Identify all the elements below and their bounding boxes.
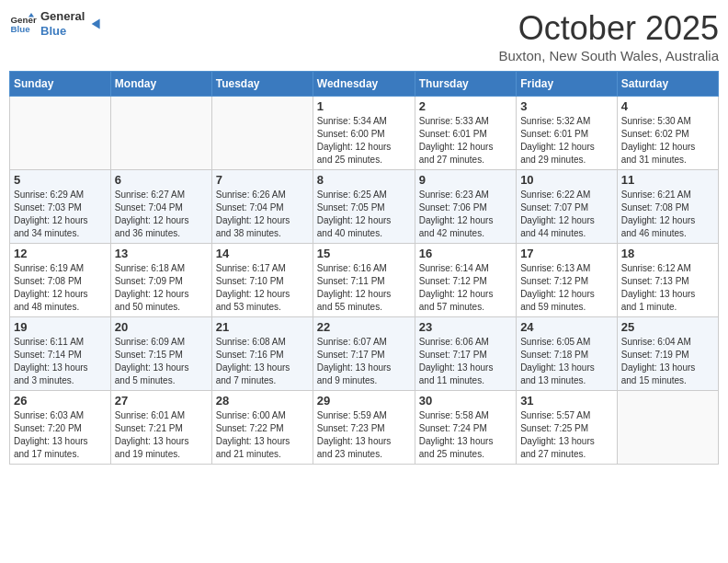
calendar-cell: 29Sunrise: 5:59 AM Sunset: 7:23 PM Dayli… bbox=[313, 391, 415, 465]
calendar-cell: 13Sunrise: 6:18 AM Sunset: 7:09 PM Dayli… bbox=[110, 244, 211, 317]
title-section: October 2025 Buxton, New South Wales, Au… bbox=[498, 9, 719, 63]
weekday-header-wednesday: Wednesday bbox=[313, 72, 415, 97]
weekday-header-friday: Friday bbox=[517, 72, 618, 97]
day-info: Sunrise: 6:08 AM Sunset: 7:16 PM Dayligh… bbox=[216, 336, 309, 387]
svg-text:Blue: Blue bbox=[11, 24, 31, 34]
calendar-week-3: 12Sunrise: 6:19 AM Sunset: 7:08 PM Dayli… bbox=[10, 244, 719, 317]
day-info: Sunrise: 6:05 AM Sunset: 7:18 PM Dayligh… bbox=[520, 336, 613, 387]
day-number: 20 bbox=[115, 320, 208, 334]
day-number: 21 bbox=[216, 320, 309, 334]
day-info: Sunrise: 6:06 AM Sunset: 7:17 PM Dayligh… bbox=[419, 336, 512, 387]
calendar-cell: 28Sunrise: 6:00 AM Sunset: 7:22 PM Dayli… bbox=[211, 391, 313, 465]
day-info: Sunrise: 6:04 AM Sunset: 7:19 PM Dayligh… bbox=[621, 336, 714, 387]
day-info: Sunrise: 5:34 AM Sunset: 6:00 PM Dayligh… bbox=[317, 115, 411, 167]
day-number: 14 bbox=[216, 247, 309, 260]
day-info: Sunrise: 5:59 AM Sunset: 7:23 PM Dayligh… bbox=[317, 409, 411, 461]
calendar-week-5: 26Sunrise: 6:03 AM Sunset: 7:20 PM Dayli… bbox=[10, 391, 719, 465]
day-info: Sunrise: 6:00 AM Sunset: 7:22 PM Dayligh… bbox=[216, 409, 309, 461]
weekday-header-monday: Monday bbox=[110, 72, 211, 97]
month-title: October 2025 bbox=[498, 9, 719, 48]
day-info: Sunrise: 5:32 AM Sunset: 6:01 PM Dayligh… bbox=[520, 115, 613, 167]
calendar-cell: 3Sunrise: 5:32 AM Sunset: 6:01 PM Daylig… bbox=[517, 97, 618, 170]
calendar-cell: 16Sunrise: 6:14 AM Sunset: 7:12 PM Dayli… bbox=[415, 244, 516, 317]
calendar-cell: 27Sunrise: 6:01 AM Sunset: 7:21 PM Dayli… bbox=[110, 391, 211, 465]
day-number: 15 bbox=[317, 247, 411, 260]
calendar-week-4: 19Sunrise: 6:11 AM Sunset: 7:14 PM Dayli… bbox=[10, 317, 719, 391]
day-info: Sunrise: 6:27 AM Sunset: 7:04 PM Dayligh… bbox=[115, 189, 208, 240]
calendar-cell: 12Sunrise: 6:19 AM Sunset: 7:08 PM Dayli… bbox=[10, 244, 111, 317]
day-info: Sunrise: 5:58 AM Sunset: 7:24 PM Dayligh… bbox=[419, 409, 512, 461]
calendar-cell: 24Sunrise: 6:05 AM Sunset: 7:18 PM Dayli… bbox=[517, 317, 618, 391]
day-info: Sunrise: 5:57 AM Sunset: 7:25 PM Dayligh… bbox=[520, 409, 613, 461]
day-info: Sunrise: 6:09 AM Sunset: 7:15 PM Dayligh… bbox=[115, 336, 208, 387]
weekday-header-thursday: Thursday bbox=[415, 72, 516, 97]
day-number: 18 bbox=[621, 247, 714, 260]
day-number: 5 bbox=[14, 173, 107, 187]
day-number: 27 bbox=[115, 394, 208, 408]
calendar-cell: 7Sunrise: 6:26 AM Sunset: 7:04 PM Daylig… bbox=[211, 170, 313, 244]
calendar-cell: 17Sunrise: 6:13 AM Sunset: 7:12 PM Dayli… bbox=[517, 244, 618, 317]
calendar-week-2: 5Sunrise: 6:29 AM Sunset: 7:03 PM Daylig… bbox=[10, 170, 719, 244]
day-info: Sunrise: 6:11 AM Sunset: 7:14 PM Dayligh… bbox=[14, 336, 107, 387]
day-info: Sunrise: 6:26 AM Sunset: 7:04 PM Dayligh… bbox=[216, 189, 309, 240]
day-number: 24 bbox=[520, 320, 613, 334]
day-number: 17 bbox=[520, 247, 613, 260]
calendar-cell: 18Sunrise: 6:12 AM Sunset: 7:13 PM Dayli… bbox=[617, 244, 718, 317]
day-info: Sunrise: 6:18 AM Sunset: 7:09 PM Dayligh… bbox=[115, 262, 208, 314]
day-number: 8 bbox=[317, 173, 411, 187]
day-info: Sunrise: 6:25 AM Sunset: 7:05 PM Dayligh… bbox=[317, 189, 411, 240]
day-number: 19 bbox=[14, 320, 107, 334]
day-info: Sunrise: 6:12 AM Sunset: 7:13 PM Dayligh… bbox=[621, 262, 714, 314]
day-info: Sunrise: 5:33 AM Sunset: 6:01 PM Dayligh… bbox=[419, 115, 512, 167]
logo-general-text: General bbox=[40, 9, 85, 24]
weekday-header-saturday: Saturday bbox=[617, 72, 718, 97]
calendar-cell: 22Sunrise: 6:07 AM Sunset: 7:17 PM Dayli… bbox=[313, 317, 415, 391]
calendar-cell: 14Sunrise: 6:17 AM Sunset: 7:10 PM Dayli… bbox=[211, 244, 313, 317]
day-number: 2 bbox=[419, 99, 512, 113]
day-number: 11 bbox=[621, 173, 714, 187]
weekday-header-tuesday: Tuesday bbox=[211, 72, 313, 97]
weekday-header-row: SundayMondayTuesdayWednesdayThursdayFrid… bbox=[10, 72, 719, 97]
calendar-cell: 30Sunrise: 5:58 AM Sunset: 7:24 PM Dayli… bbox=[415, 391, 516, 465]
day-info: Sunrise: 6:29 AM Sunset: 7:03 PM Dayligh… bbox=[14, 189, 107, 240]
location-text: Buxton, New South Wales, Australia bbox=[498, 48, 719, 63]
day-number: 1 bbox=[317, 99, 411, 113]
calendar-week-1: 1Sunrise: 5:34 AM Sunset: 6:00 PM Daylig… bbox=[10, 97, 719, 170]
day-number: 13 bbox=[115, 247, 208, 260]
calendar-cell: 5Sunrise: 6:29 AM Sunset: 7:03 PM Daylig… bbox=[10, 170, 111, 244]
day-number: 4 bbox=[621, 99, 714, 113]
day-number: 29 bbox=[317, 394, 411, 408]
calendar-cell: 8Sunrise: 6:25 AM Sunset: 7:05 PM Daylig… bbox=[313, 170, 415, 244]
day-info: Sunrise: 6:19 AM Sunset: 7:08 PM Dayligh… bbox=[14, 262, 107, 314]
day-number: 16 bbox=[419, 247, 512, 260]
day-number: 10 bbox=[520, 173, 613, 187]
calendar-cell bbox=[617, 391, 718, 465]
day-number: 9 bbox=[419, 173, 512, 187]
calendar-cell bbox=[211, 97, 313, 170]
calendar-cell: 25Sunrise: 6:04 AM Sunset: 7:19 PM Dayli… bbox=[617, 317, 718, 391]
calendar-cell: 26Sunrise: 6:03 AM Sunset: 7:20 PM Dayli… bbox=[10, 391, 111, 465]
logo-icon: General Blue bbox=[9, 11, 37, 37]
day-info: Sunrise: 6:07 AM Sunset: 7:17 PM Dayligh… bbox=[317, 336, 411, 387]
calendar-table: SundayMondayTuesdayWednesdayThursdayFrid… bbox=[9, 71, 719, 465]
day-info: Sunrise: 6:13 AM Sunset: 7:12 PM Dayligh… bbox=[520, 262, 613, 314]
day-number: 7 bbox=[216, 173, 309, 187]
calendar-cell: 11Sunrise: 6:21 AM Sunset: 7:08 PM Dayli… bbox=[617, 170, 718, 244]
weekday-header-sunday: Sunday bbox=[10, 72, 111, 97]
day-info: Sunrise: 6:21 AM Sunset: 7:08 PM Dayligh… bbox=[621, 189, 714, 240]
day-info: Sunrise: 6:17 AM Sunset: 7:10 PM Dayligh… bbox=[216, 262, 309, 314]
day-info: Sunrise: 6:23 AM Sunset: 7:06 PM Dayligh… bbox=[419, 189, 512, 240]
day-info: Sunrise: 6:16 AM Sunset: 7:11 PM Dayligh… bbox=[317, 262, 411, 314]
calendar-cell: 9Sunrise: 6:23 AM Sunset: 7:06 PM Daylig… bbox=[415, 170, 516, 244]
day-number: 22 bbox=[317, 320, 411, 334]
logo-blue-text: Blue bbox=[40, 24, 85, 39]
calendar-cell: 15Sunrise: 6:16 AM Sunset: 7:11 PM Dayli… bbox=[313, 244, 415, 317]
day-number: 30 bbox=[419, 394, 512, 408]
day-number: 6 bbox=[115, 173, 208, 187]
calendar-cell: 31Sunrise: 5:57 AM Sunset: 7:25 PM Dayli… bbox=[517, 391, 618, 465]
calendar-cell: 4Sunrise: 5:30 AM Sunset: 6:02 PM Daylig… bbox=[617, 97, 718, 170]
calendar-cell bbox=[10, 97, 111, 170]
day-info: Sunrise: 6:22 AM Sunset: 7:07 PM Dayligh… bbox=[520, 189, 613, 240]
calendar-cell: 21Sunrise: 6:08 AM Sunset: 7:16 PM Dayli… bbox=[211, 317, 313, 391]
day-number: 23 bbox=[419, 320, 512, 334]
